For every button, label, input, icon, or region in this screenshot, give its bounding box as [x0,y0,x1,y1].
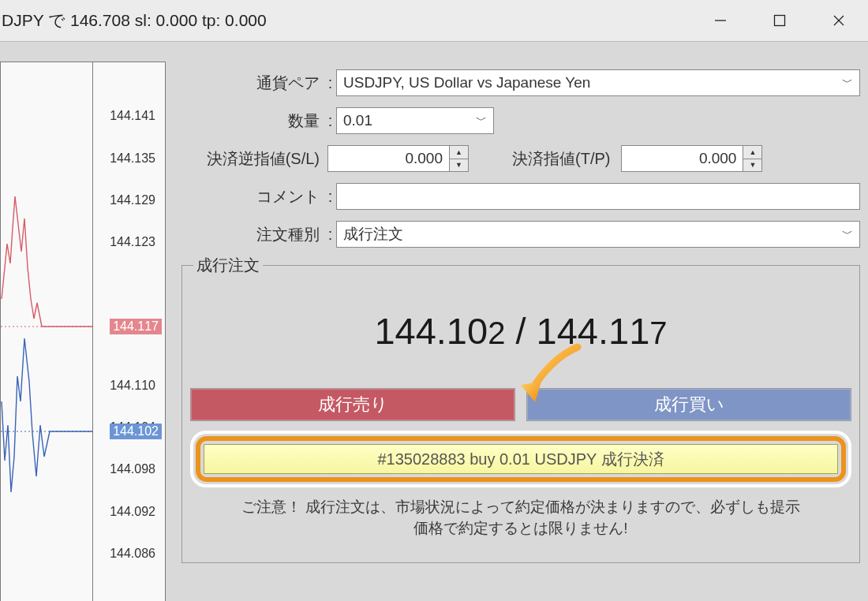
arrow-down-icon[interactable]: ▼ [450,159,468,172]
chart-tick: 144.123 [110,235,155,249]
chart-y-axis: 144.141144.135144.129144.123144.110144.1… [93,62,165,601]
buy-button[interactable]: 成行買い [526,388,851,421]
chart-tick: 144.129 [110,193,155,207]
order-form: 通貨ペア : USDJPY, US Dollar vs Japanese Yen… [166,42,868,601]
comment-input[interactable] [336,183,860,210]
label-sl: 決済逆指値(S/L) [181,148,324,170]
chart-tick: 144.110 [110,379,155,393]
order-type-dropdown[interactable]: 成行注文 ﹀ [336,221,860,248]
title-bar: DJPY で 146.708 sl: 0.000 tp: 0.000 [0,0,868,42]
market-order-group: 成行注文 144.102 / 144.117 成行売り 成行買い [181,265,860,563]
symbol-dropdown[interactable]: USDJPY, US Dollar vs Japanese Yen ﹀ [336,69,860,96]
window-buttons [690,0,868,41]
volume-value: 0.01 [343,112,372,129]
price-display: 144.102 / 144.117 [190,309,851,353]
chart-tick: 144.092 [110,505,155,519]
close-order-highlight: #135028883 buy 0.01 USDJPY 成行決済 [190,431,851,487]
price-badge-red: 144.117 [110,319,162,334]
group-title: 成行注文 [193,255,263,276]
chart-tick: 144.086 [110,547,155,561]
arrow-up-icon[interactable]: ▲ [743,146,761,159]
maximize-button[interactable] [750,0,809,41]
chevron-down-icon: ﹀ [842,76,853,90]
minimize-button[interactable] [690,0,750,41]
sell-button[interactable]: 成行売り [190,388,515,421]
trade-buttons-row: 成行売り 成行買い [190,388,851,421]
chart-tick: 144.141 [110,109,155,123]
market-order-notice: ご注意！ 成行注文は、市場状況によって約定価格が決まりますので、必ずしも提示 価… [190,497,851,539]
tp-input[interactable]: 0.000 [621,145,743,172]
sl-input[interactable]: 0.000 [327,145,450,172]
label-symbol: 通貨ペア [181,73,324,94]
tick-chart: 144.141144.135144.129144.123144.110144.1… [0,62,166,601]
label-order-type: 注文種別 [181,224,324,245]
chart-plot-area [1,62,93,601]
volume-dropdown[interactable]: 0.01 ﹀ [336,107,494,134]
label-comment: コメント [181,186,324,207]
chevron-down-icon: ﹀ [842,227,853,241]
order-type-value: 成行注文 [343,224,403,245]
svg-rect-1 [774,16,784,26]
sl-stepper[interactable]: ▲ ▼ [450,145,469,172]
price-badge-blue: 144.102 [110,424,162,439]
label-volume: 数量 [181,110,324,132]
tp-stepper[interactable]: ▲ ▼ [743,145,762,172]
label-tp: 決済指値(T/P) [512,148,610,170]
arrow-down-icon[interactable]: ▼ [743,159,761,172]
close-order-button[interactable]: #135028883 buy 0.01 USDJPY 成行決済 [204,444,838,474]
arrow-up-icon[interactable]: ▲ [450,146,468,159]
symbol-value: USDJPY, US Dollar vs Japanese Yen [343,74,590,91]
chart-tick: 144.098 [110,462,155,476]
window-title: DJPY で 146.708 sl: 0.000 tp: 0.000 [2,9,267,32]
chart-tick: 144.135 [110,151,155,166]
close-button[interactable] [809,0,868,41]
chevron-down-icon: ﹀ [476,114,487,128]
